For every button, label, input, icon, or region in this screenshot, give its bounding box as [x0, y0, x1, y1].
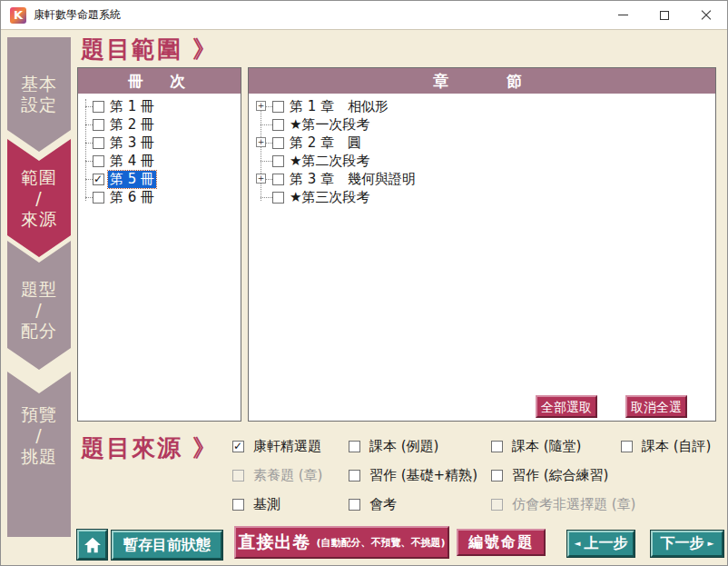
close-icon: [701, 10, 712, 21]
source-mock-nonchoice: ✓ 仿會考非選擇題 (章): [491, 496, 635, 513]
exam-3-checkbox[interactable]: ✓: [272, 192, 284, 204]
volume-2-label[interactable]: 第 2 冊: [108, 116, 156, 134]
source-textbook-selfcheck-checkbox[interactable]: ✓: [621, 441, 633, 452]
source-kangxuan-checkbox[interactable]: ✓: [232, 441, 244, 452]
source-cap-exam: ✓ 會考: [349, 496, 397, 513]
source-kangxuan-selected: ✓ 康軒精選題: [232, 438, 321, 455]
expand-plus-icon[interactable]: +: [256, 137, 266, 147]
tab-label: 範圍: [21, 167, 57, 188]
tab-label: 預覽: [21, 404, 57, 425]
exam-2-checkbox[interactable]: ✓: [272, 155, 284, 167]
close-button[interactable]: [685, 1, 727, 29]
source-cap-exam-checkbox[interactable]: ✓: [349, 499, 360, 511]
main-content: 基本 設定 範圍 / 來源 題型 / 配分 預覽 / 挑題 題目範圍 》 冊: [1, 31, 727, 565]
source-label[interactable]: 習作 (基礎+精熟): [369, 467, 477, 484]
chapter-1-label[interactable]: 第 1 章 相似形: [288, 98, 390, 115]
volume-4-checkbox[interactable]: ✓: [93, 155, 104, 167]
source-textbook-selfcheck: ✓ 課本 (自評): [621, 438, 711, 455]
numbered-generate-button[interactable]: 編號命題: [457, 529, 546, 556]
chapters-panel-header: 章 節: [249, 68, 715, 94]
volumes-list: ✓ 第 1 冊 ✓ 第 2 冊 ✓ 第 3 冊: [78, 94, 241, 421]
sidebar-tab-basic-settings[interactable]: 基本 設定: [7, 37, 71, 152]
chapter-row-5: + ✓ 第 3 章 幾何與證明: [249, 170, 715, 188]
source-textbook-examples-checkbox[interactable]: ✓: [349, 441, 360, 452]
volumes-panel-header: 冊 次: [78, 68, 241, 94]
scope-heading: 題目範圍 》: [81, 34, 218, 65]
source-label[interactable]: 習作 (綜合練習): [512, 467, 608, 484]
direct-generate-label: 直接出卷: [238, 531, 310, 554]
expand-plus-icon[interactable]: +: [256, 101, 266, 111]
source-basic-test-checkbox[interactable]: ✓: [232, 499, 244, 511]
minimize-button[interactable]: [602, 1, 644, 29]
chapter-2-checkbox[interactable]: ✓: [272, 137, 284, 149]
arrow-right-icon: ►: [708, 540, 714, 548]
home-button[interactable]: [77, 530, 107, 560]
source-label[interactable]: 康軒精選題: [253, 438, 321, 455]
volume-1-label[interactable]: 第 1 冊: [108, 98, 156, 115]
tab-label: 基本: [21, 74, 57, 94]
volume-1-checkbox[interactable]: ✓: [93, 101, 104, 113]
source-label[interactable]: 課本 (自評): [642, 438, 711, 455]
source-workbook-basic-checkbox[interactable]: ✓: [349, 470, 360, 482]
source-label: 仿會考非選擇題 (章): [512, 496, 635, 513]
tab-label: 挑題: [21, 446, 57, 467]
direct-generate-button[interactable]: 直接出卷 (自動配分、不預覽、不挑題): [234, 526, 449, 559]
prev-step-button[interactable]: ◄ 上一步: [567, 531, 635, 557]
app-logo-icon: K: [10, 7, 26, 24]
window-title: 康軒數學命題系統: [34, 7, 121, 23]
volume-3-label[interactable]: 第 3 冊: [108, 134, 156, 152]
save-state-button[interactable]: 暫存目前狀態: [112, 531, 222, 560]
title-bar: K 康軒數學命題系統: [1, 1, 727, 30]
sidebar-tab-type-scoring[interactable]: 題型 / 配分: [7, 241, 71, 370]
source-label[interactable]: 課本 (例題): [369, 438, 438, 455]
sidebar-tab-preview-pick[interactable]: 預覽 / 挑題: [7, 372, 71, 537]
source-textbook-inclass-checkbox[interactable]: ✓: [491, 441, 503, 452]
home-icon: [84, 537, 102, 553]
source-literacy-checkbox: ✓: [232, 470, 244, 482]
app-window: K 康軒數學命題系統 基本 設定 範圍 / 來源 題型 / 配分: [0, 0, 728, 566]
chapter-row-1: + ✓ 第 1 章 相似形: [249, 97, 715, 115]
volumes-panel: 冊 次 ✓ 第 1 冊 ✓ 第 2 冊: [77, 67, 241, 422]
direct-generate-sublabel: (自動配分、不預覽、不挑題): [316, 536, 445, 550]
chapter-row-4: ✓ ★第二次段考: [249, 152, 715, 170]
tab-label: 來源: [21, 209, 57, 230]
volume-3-checkbox[interactable]: ✓: [93, 137, 104, 149]
volume-row-2: ✓ 第 2 冊: [78, 115, 241, 134]
exam-3-label[interactable]: ★第三次段考: [288, 189, 371, 206]
exam-1-checkbox[interactable]: ✓: [272, 119, 284, 131]
step-sidebar: 基本 設定 範圍 / 來源 題型 / 配分 預覽 / 挑題: [7, 37, 71, 537]
source-heading: 題目來源 》: [81, 432, 218, 464]
maximize-button[interactable]: [644, 1, 685, 29]
volume-6-checkbox[interactable]: ✓: [93, 192, 104, 204]
volume-6-label[interactable]: 第 6 冊: [108, 189, 156, 206]
deselect-all-button[interactable]: 取消全選: [625, 395, 687, 418]
tab-label: 題型: [21, 279, 57, 300]
tab-label: 配分: [21, 321, 57, 342]
source-textbook-examples: ✓ 課本 (例題): [349, 438, 438, 455]
select-all-button[interactable]: 全部選取: [536, 395, 597, 418]
chapter-3-checkbox[interactable]: ✓: [272, 174, 284, 185]
source-label[interactable]: 課本 (隨堂): [512, 438, 581, 455]
tab-label: /: [35, 188, 42, 209]
next-step-button[interactable]: 下一步 ►: [651, 531, 723, 557]
source-basic-test: ✓ 基測: [232, 496, 280, 513]
volume-4-label[interactable]: 第 4 冊: [108, 153, 156, 170]
volume-5-checkbox[interactable]: ✓: [93, 174, 104, 185]
source-label[interactable]: 基測: [253, 496, 280, 513]
volume-2-checkbox[interactable]: ✓: [93, 119, 104, 131]
chapter-2-label[interactable]: 第 2 章 圓: [288, 134, 363, 152]
exam-1-label[interactable]: ★第一次段考: [288, 116, 371, 134]
source-label: 素養題 (章): [253, 467, 322, 484]
tab-label: /: [35, 425, 42, 446]
minimize-icon: [618, 15, 628, 15]
chapter-3-label[interactable]: 第 3 章 幾何與證明: [288, 171, 418, 188]
volume-5-label[interactable]: 第 5 冊: [108, 171, 156, 188]
expand-plus-icon[interactable]: +: [256, 174, 266, 184]
source-workbook-comprehensive-checkbox[interactable]: ✓: [491, 470, 503, 482]
chapter-1-checkbox[interactable]: ✓: [272, 101, 284, 113]
check-icon: ✓: [93, 173, 103, 185]
source-label[interactable]: 會考: [369, 496, 397, 513]
maximize-icon: [660, 11, 669, 20]
sidebar-tab-scope-source[interactable]: 範圍 / 來源: [7, 139, 71, 257]
exam-2-label[interactable]: ★第二次段考: [288, 153, 371, 170]
